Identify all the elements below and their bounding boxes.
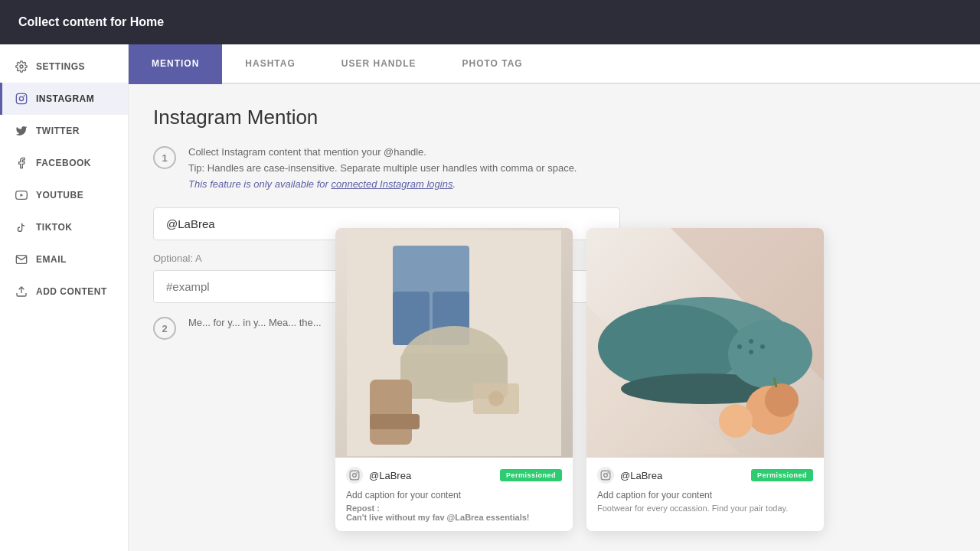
svg-point-25	[737, 344, 742, 349]
sidebar-item-email[interactable]: EMAIL	[0, 243, 128, 276]
svg-rect-13	[370, 414, 420, 429]
svg-point-27	[749, 350, 753, 354]
tab-photo-tag[interactable]: PHOTO TAG	[439, 44, 545, 84]
card-2-visual	[586, 228, 824, 458]
facebook-icon	[15, 156, 28, 170]
connected-instagram-link[interactable]: connected Instagram logins	[331, 178, 452, 190]
sidebar-item-label: YOUTUBE	[36, 190, 83, 201]
header-title: Collect content for Home	[18, 15, 164, 29]
svg-point-26	[749, 339, 753, 344]
card-1-header: @LaBrea Permissioned	[346, 467, 562, 484]
svg-point-28	[760, 344, 765, 349]
svg-point-35	[608, 473, 609, 474]
svg-point-17	[353, 474, 357, 478]
step-1-text: Collect Instagram content that mention y…	[188, 145, 577, 192]
section-title: Instagram Mention	[153, 106, 956, 129]
email-icon	[15, 253, 28, 266]
sidebar-item-label: TIKTOK	[36, 222, 72, 233]
svg-marker-4	[21, 194, 24, 197]
card-2: @LaBrea Permissioned Add caption for you…	[586, 228, 824, 531]
card-1-repost-label: Repost :	[346, 504, 380, 513]
tab-hashtag[interactable]: HASHTAG	[222, 44, 318, 84]
card-2-username: @LaBrea	[620, 470, 662, 481]
svg-point-18	[357, 473, 358, 474]
sidebar-item-settings[interactable]: SETTINGS	[0, 51, 128, 83]
step-1-line1: Collect Instagram content that mention y…	[188, 145, 577, 161]
card-2-instagram-icon	[597, 467, 614, 484]
svg-rect-12	[370, 380, 412, 445]
step-1-block: 1 Collect Instagram content that mention…	[153, 145, 956, 192]
svg-rect-33	[601, 471, 610, 480]
card-2-header: @LaBrea Permissioned	[597, 467, 813, 484]
youtube-icon	[15, 188, 28, 202]
sidebar-item-label: TWITTER	[36, 126, 80, 136]
cards-container: @LaBrea Permissioned Add caption for you…	[335, 228, 824, 531]
svg-point-0	[20, 65, 23, 68]
svg-point-32	[719, 404, 753, 438]
instagram-icon	[15, 92, 28, 106]
step-1-line3-suffix: .	[452, 178, 456, 190]
sidebar-item-tiktok[interactable]: TIKTOK	[0, 211, 128, 243]
svg-point-15	[488, 391, 504, 406]
card-2-repost-text: Footwear for every occassion. Find your …	[597, 504, 813, 513]
card-2-caption: Add caption for your content	[597, 490, 813, 500]
sidebar-item-label: FACEBOOK	[36, 158, 91, 168]
card-1-caption: Add caption for your content	[346, 490, 562, 500]
sidebar-item-facebook[interactable]: FACEBOOK	[0, 147, 128, 179]
sidebar-item-label: ADD CONTENT	[36, 286, 107, 297]
step-1-number: 1	[153, 146, 176, 169]
card-2-image	[586, 228, 824, 458]
sidebar-item-twitter[interactable]: TWITTER	[0, 115, 128, 147]
tab-mention[interactable]: MENTION	[129, 44, 222, 84]
step-1-line3-prefix: This feature is only available for	[188, 178, 331, 190]
card-2-permission: Permissioned	[751, 469, 813, 481]
tab-user-handle[interactable]: USER HANDLE	[318, 44, 439, 84]
twitter-icon	[15, 124, 28, 138]
card-2-info: @LaBrea Permissioned Add caption for you…	[586, 458, 824, 522]
card-1-image	[335, 228, 573, 458]
card-1-username: @LaBrea	[369, 470, 411, 481]
card-1: @LaBrea Permissioned Add caption for you…	[335, 228, 573, 531]
sidebar-item-label: EMAIL	[36, 254, 67, 265]
svg-point-34	[604, 474, 608, 478]
card-1-instagram-icon	[346, 467, 363, 484]
sidebar: SETTINGS INSTAGRAM TWITTER	[0, 44, 129, 551]
tabs-bar: MENTION HASHTAG USER HANDLE PHOTO TAG	[129, 44, 980, 84]
upload-icon	[15, 285, 28, 298]
app-header: Collect content for Home	[0, 0, 980, 44]
card-2-user: @LaBrea	[597, 467, 662, 484]
card-1-user: @LaBrea	[346, 467, 411, 484]
sidebar-item-label: INSTAGRAM	[36, 93, 94, 104]
clothes-decoration	[335, 228, 573, 458]
svg-point-2	[19, 96, 23, 100]
gear-icon	[15, 60, 28, 73]
step-2-number: 2	[153, 317, 176, 340]
sidebar-item-add-content[interactable]: ADD CONTENT	[0, 276, 128, 308]
svg-point-30	[765, 383, 799, 417]
svg-rect-16	[350, 471, 359, 480]
sidebar-item-instagram[interactable]: INSTAGRAM	[0, 83, 128, 115]
step-1-line2: Tip: Handles are case-insensitive. Separ…	[188, 161, 577, 177]
card-1-info: @LaBrea Permissioned Add caption for you…	[335, 458, 573, 531]
svg-rect-1	[16, 93, 26, 103]
card-1-repost-text: Can't live without my fav @LaBrea essent…	[346, 513, 530, 522]
svg-point-3	[24, 96, 24, 96]
card-1-permission: Permissioned	[500, 469, 562, 481]
step-1-line3: This feature is only available for conne…	[188, 177, 577, 193]
sidebar-item-label: SETTINGS	[36, 61, 85, 72]
step-2-text: Me... for y... in y... Mea... the...	[188, 315, 322, 331]
svg-point-24	[728, 320, 812, 389]
sidebar-item-youtube[interactable]: YOUTUBE	[0, 179, 128, 211]
tiktok-icon	[15, 220, 28, 234]
card-1-repost: Repost : Can't live without my fav @LaBr…	[346, 504, 562, 522]
